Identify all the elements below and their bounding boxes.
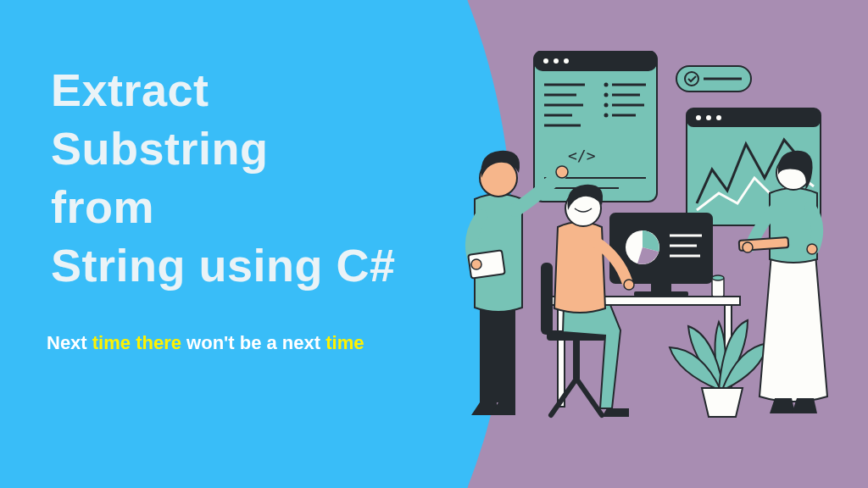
svg-point-26 — [696, 115, 701, 120]
svg-point-27 — [706, 115, 711, 120]
svg-point-28 — [716, 115, 721, 120]
svg-point-49 — [624, 280, 634, 290]
title-line-4: String using C# — [51, 236, 396, 295]
title-line-1: Extract — [51, 61, 396, 119]
subtitle-highlight-word: time — [92, 332, 131, 353]
svg-point-10 — [604, 83, 609, 87]
svg-rect-34 — [634, 291, 688, 297]
svg-point-16 — [604, 114, 609, 118]
plant-icon — [670, 320, 768, 417]
svg-rect-48 — [541, 263, 553, 335]
svg-point-14 — [604, 103, 609, 108]
svg-point-53 — [807, 244, 817, 254]
pie-chart-icon — [626, 230, 659, 264]
svg-rect-1 — [534, 51, 657, 71]
cup-icon — [712, 275, 724, 297]
svg-rect-41 — [480, 305, 515, 402]
person-pointing-icon — [468, 151, 568, 415]
title-line-2: Substring — [51, 119, 396, 178]
svg-point-12 — [604, 93, 609, 97]
svg-point-4 — [564, 58, 569, 64]
illustration: </> — [449, 51, 848, 432]
status-badge-icon — [676, 66, 751, 92]
subtitle-highlight-word: there — [136, 332, 181, 353]
title-line-3: from — [51, 178, 396, 236]
svg-point-40 — [712, 275, 724, 280]
main-title: Extract Substring from String using C# — [51, 61, 396, 295]
svg-point-44 — [471, 259, 481, 269]
svg-point-3 — [554, 58, 559, 64]
svg-text:</>: </> — [568, 147, 596, 164]
svg-rect-33 — [651, 283, 671, 291]
subtitle-word: won't be a next — [181, 332, 326, 353]
svg-point-42 — [556, 166, 568, 178]
svg-point-2 — [543, 58, 548, 64]
subtitle: Next time there won't be a next time — [47, 332, 364, 354]
subtitle-highlight-word: time — [326, 332, 364, 353]
svg-rect-47 — [573, 341, 580, 379]
subtitle-word: Next — [47, 332, 92, 353]
svg-point-52 — [743, 242, 753, 252]
illustration-svg: </> — [449, 51, 848, 432]
banner-root: Extract Substring from String using C# N… — [0, 0, 868, 488]
